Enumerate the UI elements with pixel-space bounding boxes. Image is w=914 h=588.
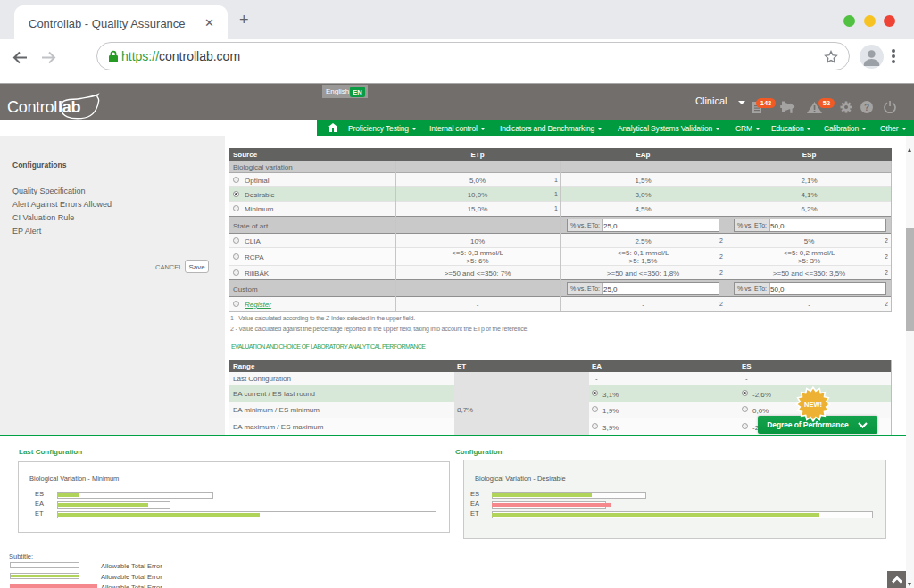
svg-text:NEW!: NEW! — [804, 401, 822, 409]
svg-text:?: ? — [864, 103, 869, 112]
svg-text:Control: Control — [7, 98, 57, 116]
